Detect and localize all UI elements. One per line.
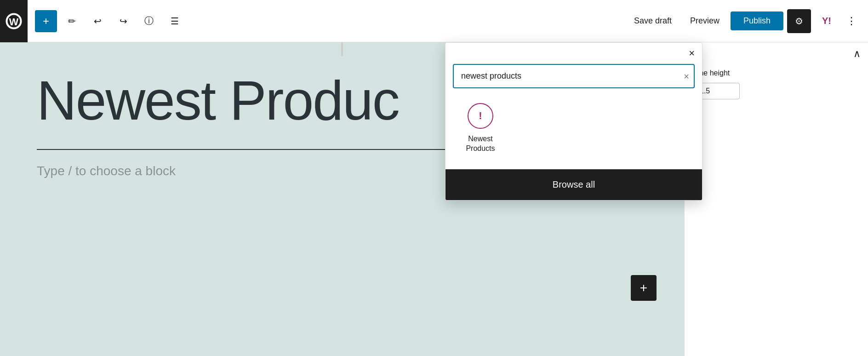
list-icon: ☰: [171, 16, 179, 27]
undo-icon: ↩: [94, 16, 102, 27]
yoast-icon: Y!: [822, 16, 831, 26]
save-draft-button[interactable]: Save draft: [627, 12, 679, 29]
popup-close-button[interactable]: ×: [689, 48, 695, 58]
list-view-button[interactable]: ☰: [164, 10, 186, 32]
plus-icon: +: [640, 281, 647, 295]
popup-header: ×: [445, 43, 702, 58]
exclamation-icon: !: [479, 110, 482, 122]
line-height-label: Line height: [694, 69, 859, 77]
info-button[interactable]: ⓘ: [138, 10, 160, 32]
pencil-icon: ✏: [68, 16, 76, 27]
gear-icon: ⚙: [795, 16, 803, 27]
yoast-button[interactable]: Y!: [815, 9, 839, 33]
toolbar: W + ✏ ↩ ↪ ⓘ ☰ Save draft Preview Publish…: [0, 0, 868, 42]
popup-search-area: ×: [445, 58, 702, 96]
plus-icon: +: [43, 15, 49, 28]
wordpress-logo[interactable]: W: [0, 0, 28, 42]
popup-results: ! Newest Products: [445, 96, 702, 169]
popup-search-wrapper: ×: [453, 64, 695, 88]
inline-add-block-button[interactable]: +: [631, 275, 657, 301]
newest-products-icon: !: [468, 103, 493, 129]
browse-all-button[interactable]: Browse all: [445, 169, 702, 200]
ellipsis-icon: ⋮: [846, 15, 857, 27]
chevron-up-icon: ∧: [853, 48, 861, 59]
collapse-button[interactable]: ∧: [853, 48, 861, 60]
redo-icon: ↪: [120, 16, 127, 27]
wp-logo-icon: W: [6, 13, 22, 29]
more-options-button[interactable]: ⋮: [842, 12, 861, 30]
info-icon: ⓘ: [144, 15, 154, 27]
scroll-indicator: [341, 42, 343, 56]
line-height-section: Line height: [685, 60, 868, 109]
result-newest-products[interactable]: ! Newest Products: [453, 103, 508, 154]
result-newest-products-label: Newest Products: [453, 134, 508, 154]
right-sidebar: ∧ Line height: [684, 42, 868, 356]
publish-button[interactable]: Publish: [731, 11, 783, 30]
block-inserter-popup: × × ! Newest Products Browse all: [445, 42, 702, 201]
redo-button[interactable]: ↪: [112, 10, 134, 32]
add-block-button[interactable]: +: [35, 10, 57, 32]
toolbar-right: Save draft Preview Publish ⚙ Y! ⋮: [627, 9, 861, 33]
search-clear-button[interactable]: ×: [684, 71, 689, 81]
undo-button[interactable]: ↩: [86, 10, 108, 32]
block-search-input[interactable]: [453, 64, 695, 88]
preview-button[interactable]: Preview: [683, 12, 727, 29]
main-area: Newest Produc Type / to choose a block +…: [0, 42, 868, 356]
settings-button[interactable]: ⚙: [787, 9, 811, 33]
svg-text:W: W: [9, 16, 19, 28]
sidebar-top-controls: ∧: [685, 42, 868, 60]
edit-button[interactable]: ✏: [61, 10, 83, 32]
